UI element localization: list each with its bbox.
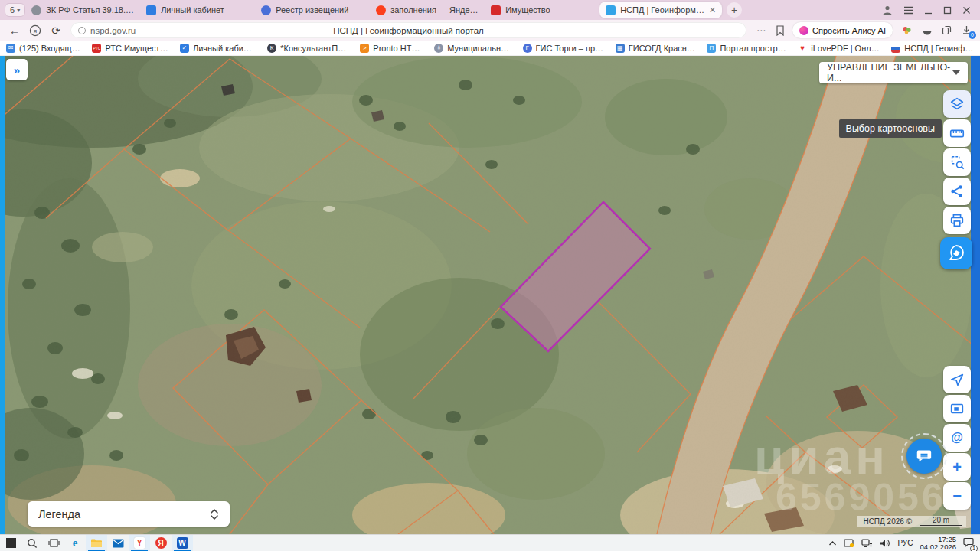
alice-label: Спросить Алису AI bbox=[812, 26, 886, 35]
overview-map-button[interactable] bbox=[943, 395, 971, 422]
language-indicator[interactable]: РУС bbox=[897, 539, 913, 547]
tab-yandex-zapolneniya[interactable]: заполнения — Яндекс: на bbox=[370, 0, 485, 20]
bookmark-lichnyi-kabinet[interactable]: ✓Личный кабинет bbox=[180, 44, 256, 53]
taskbar-yandex[interactable]: Я bbox=[150, 535, 172, 551]
gis-torgi-icon: Г bbox=[523, 44, 532, 53]
taskbar-yandex-browser[interactable]: Y bbox=[129, 535, 150, 551]
yandex-browser-icon: Y bbox=[134, 537, 145, 549]
start-button[interactable] bbox=[0, 535, 21, 551]
basemap-button[interactable] bbox=[940, 237, 972, 269]
tab-label: ЗК РФ Статья 39.18. Особ bbox=[46, 5, 134, 15]
print-button[interactable] bbox=[943, 207, 971, 234]
ruler-button[interactable] bbox=[943, 119, 971, 147]
tray-expand-icon[interactable] bbox=[828, 540, 837, 546]
taskbar-mail[interactable] bbox=[107, 535, 129, 551]
bookmark-flag-icon[interactable] bbox=[776, 25, 785, 36]
share-button[interactable] bbox=[943, 178, 971, 205]
area-search-button[interactable] bbox=[943, 148, 971, 176]
mail-app-icon bbox=[113, 539, 124, 548]
bookmark-rts[interactable]: РТСРТС Имущество bbox=[92, 44, 168, 53]
task-view-icon bbox=[48, 538, 60, 548]
svg-text:я: я bbox=[34, 28, 37, 34]
extension-moon-icon[interactable] bbox=[920, 24, 933, 37]
tab-reestr-izveshchenii[interactable]: Реестр извещений bbox=[255, 0, 370, 20]
locate-button[interactable] bbox=[943, 366, 971, 393]
consultant-icon: К bbox=[267, 44, 276, 53]
omnibox[interactable]: nspd.gov.ru НСПД | Геоинформационный пор… bbox=[70, 22, 746, 38]
tray-clock[interactable]: 17:25 04.02.2026 bbox=[920, 536, 956, 551]
windows-taskbar: e Y Я W bbox=[0, 534, 980, 551]
bookmark-municipal[interactable]: ⚜Муниципальный bbox=[434, 44, 511, 53]
bookmark-nspd[interactable]: НСПД | Геоинфор bbox=[891, 44, 974, 53]
bookmark-inbox[interactable]: ✉(125) Входящие bbox=[6, 44, 80, 53]
refresh-icon[interactable]: ⟳ bbox=[49, 24, 63, 37]
downloads-icon[interactable]: 0 bbox=[960, 24, 972, 37]
expand-panel-button[interactable]: » bbox=[6, 59, 28, 80]
nspd-favicon bbox=[606, 5, 616, 15]
menu-icon[interactable] bbox=[903, 6, 913, 15]
profile-icon[interactable] bbox=[882, 5, 893, 15]
zoom-in-button[interactable]: + bbox=[943, 453, 971, 481]
yandex-favicon bbox=[376, 5, 386, 15]
tab-zk-rf[interactable]: ЗК РФ Статья 39.18. Особ bbox=[25, 0, 140, 20]
close-window-icon[interactable] bbox=[962, 6, 971, 15]
taskbar-search-button[interactable] bbox=[21, 535, 43, 551]
tab-counter[interactable]: 6 ▾ bbox=[5, 3, 25, 17]
minimize-icon[interactable] bbox=[924, 6, 933, 15]
back-icon[interactable]: ← bbox=[8, 24, 21, 37]
download-badge: 0 bbox=[969, 31, 976, 39]
map-attribution: НСПД 2026 © 20 m bbox=[857, 516, 966, 527]
maximize-icon[interactable] bbox=[943, 6, 952, 15]
tab-imushchestvo[interactable]: Имущество bbox=[485, 0, 599, 20]
action-center-button[interactable]: 1 bbox=[963, 536, 974, 550]
bookmark-ilovepdf[interactable]: ♥iLovePDF | Онлай bbox=[798, 44, 880, 53]
bookmark-gis-torgi[interactable]: ГГИС Торги – прод bbox=[523, 44, 604, 53]
word-icon: W bbox=[177, 537, 188, 549]
notification-badge: 1 bbox=[970, 545, 978, 551]
layer-select-dropdown[interactable]: УПРАВЛЕНИЕ ЗЕМЕЛЬНО-И... bbox=[819, 62, 968, 83]
ruler-icon bbox=[949, 125, 965, 142]
layer-select-label: УПРАВЛЕНИЕ ЗЕМЕЛЬНО-И... bbox=[827, 62, 952, 83]
task-view-button[interactable] bbox=[43, 535, 64, 551]
zoom-out-button[interactable]: − bbox=[943, 482, 971, 510]
mail-icon: ✉ bbox=[6, 44, 15, 53]
bookmark-pronto[interactable]: >Pronto HTML bbox=[360, 44, 423, 53]
close-tab-icon[interactable]: ✕ bbox=[709, 5, 716, 15]
taskbar-edge[interactable]: e bbox=[64, 535, 86, 551]
print-icon bbox=[949, 212, 965, 229]
desktop: 6 ▾ ЗК РФ Статья 39.18. Особ Личный каби… bbox=[0, 0, 980, 551]
taskbar-explorer[interactable] bbox=[86, 535, 107, 551]
bookmark-portal[interactable]: ППортал простран bbox=[707, 44, 786, 53]
yandex-app-icon: Я bbox=[155, 537, 167, 549]
map-viewport[interactable]: циан 6569056 » УПРАВЛЕНИЕ ЗЕМЕЛЬНО-И... bbox=[0, 56, 980, 534]
bookmark-consultant[interactable]: К*КонсультантПлю bbox=[267, 44, 348, 53]
satellite-map[interactable] bbox=[0, 56, 980, 534]
yandex-id-icon[interactable]: я bbox=[29, 24, 41, 37]
texture-overlay bbox=[0, 56, 980, 534]
network-icon[interactable] bbox=[861, 539, 873, 548]
tab-lichnyi-kabinet[interactable]: Личный кабинет bbox=[140, 0, 255, 20]
chevron-updown-icon bbox=[210, 508, 219, 520]
tab-label: заполнения — Яндекс: на bbox=[390, 5, 479, 15]
volume-icon[interactable] bbox=[880, 539, 890, 548]
app-update-icon[interactable] bbox=[844, 539, 854, 548]
extension-flower-icon[interactable] bbox=[900, 24, 913, 37]
alice-ai-button[interactable]: Спросить Алису AI bbox=[792, 22, 893, 38]
bookmark-gisogd[interactable]: ▦ГИСОГД Красноя bbox=[616, 44, 696, 53]
taskbar-word[interactable]: W bbox=[172, 535, 193, 551]
chat-button[interactable] bbox=[906, 439, 942, 474]
layers-button[interactable] bbox=[943, 90, 971, 118]
shield-favicon bbox=[146, 5, 156, 15]
gov-favicon bbox=[31, 5, 41, 15]
legend-bar[interactable]: Легенда bbox=[28, 501, 230, 527]
right-edge-strip bbox=[971, 56, 980, 534]
tabs-copy-icon[interactable] bbox=[940, 24, 952, 37]
coordinate-search-button[interactable]: @ bbox=[943, 424, 971, 452]
building-icon: ▦ bbox=[616, 44, 625, 53]
more-icon[interactable]: ⋯ bbox=[754, 25, 768, 36]
new-tab-button[interactable]: + bbox=[727, 2, 742, 18]
area-search-icon bbox=[949, 154, 965, 171]
tab-nspd-active[interactable]: НСПД | Геоинформаци ✕ bbox=[599, 2, 722, 18]
share-icon bbox=[949, 183, 965, 200]
alice-icon bbox=[799, 26, 808, 35]
